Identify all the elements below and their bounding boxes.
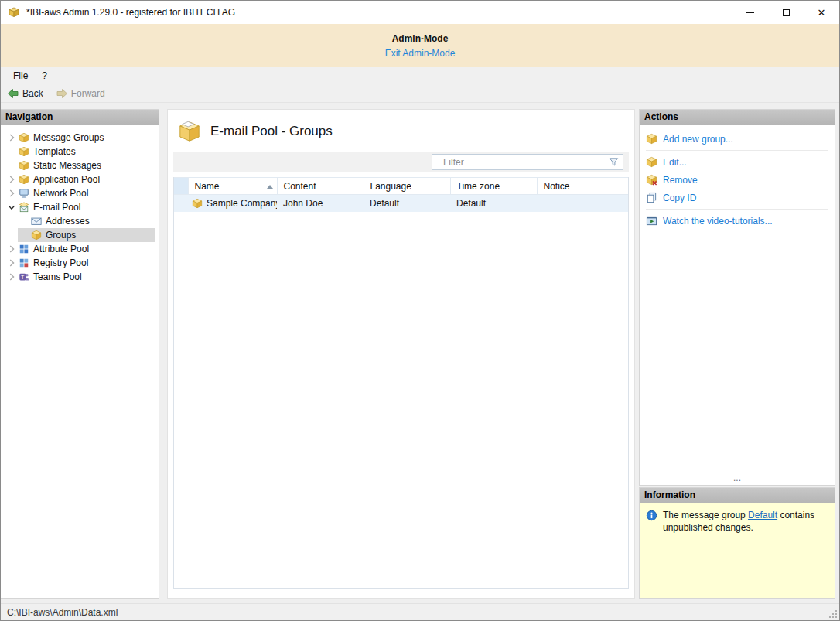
action-remove[interactable]: Remove xyxy=(640,171,835,189)
status-bar: C:\IBI-aws\Admin\Data.xml xyxy=(1,603,839,620)
action-watch-video-tutorials[interactable]: Watch the video-tutorials... xyxy=(640,212,835,230)
information-message: The message group Default contains unpub… xyxy=(640,503,835,598)
cell-content: John Doe xyxy=(277,195,364,213)
grid-icon xyxy=(18,243,30,255)
app-icon xyxy=(8,6,20,19)
minimize-button[interactable] xyxy=(732,1,768,24)
tree-item-network-pool[interactable]: Network Pool xyxy=(1,186,159,200)
forward-arrow-icon xyxy=(56,87,68,100)
actions-separator xyxy=(646,150,828,151)
cell-name: Sample Company ... xyxy=(188,195,277,212)
sort-ascending-icon xyxy=(267,185,273,189)
package-icon xyxy=(30,229,43,241)
menu-help[interactable]: ? xyxy=(35,69,54,83)
email-pool-groups-icon xyxy=(178,120,201,143)
chevron-right-icon[interactable] xyxy=(5,187,18,200)
groups-table: Name Content Language Time zone Notice xyxy=(174,177,628,212)
chevron-down-icon[interactable] xyxy=(5,201,18,213)
row-selector-cell[interactable] xyxy=(174,195,188,213)
close-icon: ✕ xyxy=(818,8,826,18)
tree-item-registry-pool[interactable]: Registry Pool xyxy=(1,256,159,270)
table-row[interactable]: Sample Company ... John Doe Default Defa… xyxy=(174,195,628,213)
action-copy-id[interactable]: Copy ID xyxy=(640,189,835,206)
package-icon xyxy=(18,131,30,144)
actions-panel-header: Actions xyxy=(640,110,835,125)
filter-input[interactable] xyxy=(432,157,608,168)
cell-notice xyxy=(537,195,628,213)
menu-file[interactable]: File xyxy=(6,69,35,83)
default-message-group-link[interactable]: Default xyxy=(748,510,777,520)
window-title: *IBI-aws Admin 1.29.0 - registered for I… xyxy=(26,7,732,18)
chevron-right-icon[interactable] xyxy=(5,243,18,255)
column-header-content[interactable]: Content xyxy=(277,178,364,195)
status-file-path: C:\IBI-aws\Admin\Data.xml xyxy=(7,607,118,618)
copy-icon xyxy=(646,192,657,203)
page-title-row: E-mail Pool - Groups xyxy=(173,110,629,152)
action-edit[interactable]: Edit... xyxy=(640,153,835,171)
tree-item-email-pool[interactable]: E-mail Pool xyxy=(1,200,159,214)
app-window: *IBI-aws Admin 1.29.0 - registered for I… xyxy=(0,0,840,621)
email-pool-icon xyxy=(18,201,30,213)
maximize-icon xyxy=(783,9,790,16)
information-text: The message group Default contains unpub… xyxy=(663,510,828,534)
video-icon xyxy=(646,215,657,227)
title-bar: *IBI-aws Admin 1.29.0 - registered for I… xyxy=(1,1,839,24)
chevron-right-icon[interactable] xyxy=(5,131,18,144)
cell-language: Default xyxy=(364,195,450,213)
tree-item-teams-pool[interactable]: T Teams Pool xyxy=(1,270,159,284)
edit-group-icon xyxy=(646,156,657,168)
column-header-name[interactable]: Name xyxy=(188,178,277,195)
package-icon xyxy=(18,173,30,186)
navigation-panel: Navigation Message Groups Templates xyxy=(1,109,159,599)
filter-bar xyxy=(173,152,629,172)
filter-funnel-icon[interactable] xyxy=(608,156,620,168)
information-panel: Information The message group Default co… xyxy=(639,487,835,599)
right-column: Actions Add new group... Edit... Remove xyxy=(639,109,835,599)
forward-button[interactable]: Forward xyxy=(56,87,105,100)
navigation-toolbar: Back Forward xyxy=(1,84,839,103)
back-button[interactable]: Back xyxy=(7,87,43,100)
tree-item-addresses[interactable]: Addresses xyxy=(1,214,159,228)
main-area: Navigation Message Groups Templates xyxy=(1,103,839,603)
cell-time-zone: Default xyxy=(450,195,537,213)
tree-item-message-groups[interactable]: Message Groups xyxy=(1,131,159,145)
package-icon xyxy=(18,145,30,158)
chevron-right-icon[interactable] xyxy=(5,173,18,186)
chevron-right-icon[interactable] xyxy=(5,271,18,283)
envelope-icon xyxy=(30,215,43,227)
exit-admin-mode-link[interactable]: Exit Admin-Mode xyxy=(385,48,456,59)
close-button[interactable]: ✕ xyxy=(804,1,839,24)
remove-group-icon xyxy=(646,174,657,186)
package-icon xyxy=(192,198,203,209)
tree-item-static-messages[interactable]: Static Messages xyxy=(1,159,159,172)
column-header-time-zone[interactable]: Time zone xyxy=(450,178,537,195)
minimize-icon xyxy=(746,12,754,13)
add-group-icon xyxy=(646,133,657,145)
navigation-panel-header: Navigation xyxy=(1,110,159,125)
chevron-right-icon[interactable] xyxy=(5,257,18,269)
column-header-notice[interactable]: Notice xyxy=(537,178,628,195)
actions-list: Add new group... Edit... Remove Copy ID xyxy=(640,125,835,474)
tree-item-groups[interactable]: Groups xyxy=(1,228,159,242)
table-header-row: Name Content Language Time zone Notice xyxy=(174,178,628,195)
tree-item-templates[interactable]: Templates xyxy=(1,145,159,159)
actions-overflow-indicator[interactable]: ... xyxy=(640,474,835,485)
action-add-new-group[interactable]: Add new group... xyxy=(640,130,835,148)
actions-panel: Actions Add new group... Edit... Remove xyxy=(639,109,835,486)
admin-mode-banner: Admin-Mode Exit Admin-Mode xyxy=(1,24,839,67)
content-panel: E-mail Pool - Groups Name xyxy=(167,109,635,599)
tree-item-application-pool[interactable]: Application Pool xyxy=(1,172,159,186)
package-icon xyxy=(18,159,30,172)
information-panel-header: Information xyxy=(640,488,835,503)
actions-separator xyxy=(646,209,828,210)
maximize-button[interactable] xyxy=(768,1,804,24)
registry-icon xyxy=(18,257,30,269)
tree-item-attribute-pool[interactable]: Attribute Pool xyxy=(1,242,159,256)
column-header-language[interactable]: Language xyxy=(364,178,450,195)
svg-text:T: T xyxy=(21,275,25,280)
resize-grip[interactable] xyxy=(828,609,838,619)
row-selector-header[interactable] xyxy=(174,178,188,195)
groups-grid: Name Content Language Time zone Notice xyxy=(173,177,629,589)
teams-icon: T xyxy=(18,271,30,283)
filter-box xyxy=(432,154,623,170)
